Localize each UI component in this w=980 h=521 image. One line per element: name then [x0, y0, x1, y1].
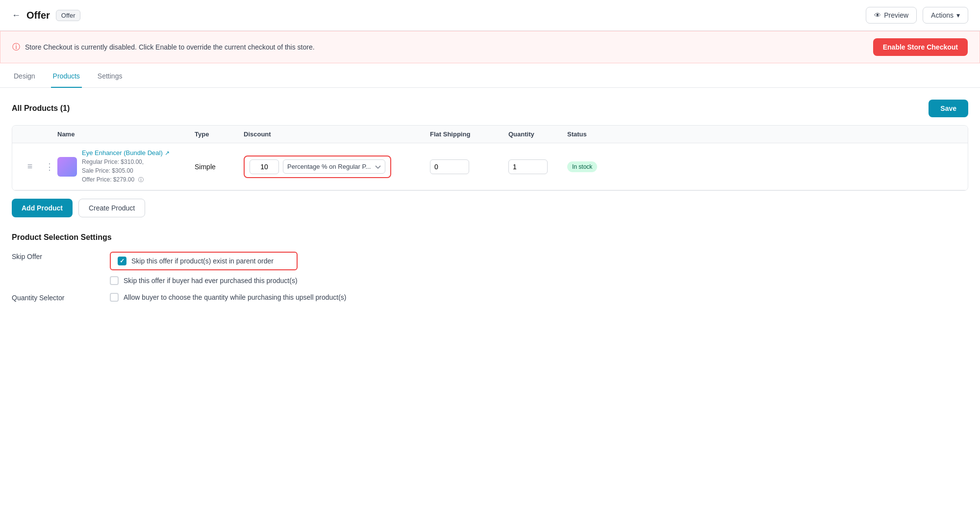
discount-highlight: Percentage % on Regular P... Fixed Amoun…: [244, 156, 391, 178]
product-type-cell: Simple: [195, 163, 244, 171]
quantity-selector-label: Quantity Selector: [12, 293, 90, 302]
preview-label: Preview: [884, 11, 908, 19]
alert-left: ⓘ Store Checkout is currently disabled. …: [12, 42, 315, 52]
settings-section-title: Product Selection Settings: [12, 233, 968, 242]
regular-price: Regular Price: $310.00,: [82, 158, 144, 165]
alert-icon: ⓘ: [12, 42, 20, 52]
header-left: ← Offer Offer: [12, 10, 80, 21]
back-button[interactable]: ←: [12, 10, 21, 21]
col-quantity: Quantity: [508, 130, 567, 138]
products-section-header: All Products (1) Save: [12, 100, 968, 117]
quantity-selector-options: Allow buyer to choose the quantity while…: [110, 293, 346, 302]
preview-button[interactable]: 👁 Preview: [866, 7, 917, 24]
quantity-input[interactable]: [508, 159, 548, 174]
products-section-title: All Products (1): [12, 104, 70, 113]
eye-icon: 👁: [874, 11, 881, 19]
discount-cell: Percentage % on Regular P... Fixed Amoun…: [244, 156, 430, 178]
header: ← Offer Offer 👁 Preview Actions ▾: [0, 0, 980, 31]
alert-banner: ⓘ Store Checkout is currently disabled. …: [0, 31, 980, 63]
flat-shipping-cell: [430, 159, 508, 174]
products-table: Name Type Discount Flat Shipping Quantit…: [12, 125, 968, 191]
actions-button[interactable]: Actions ▾: [923, 7, 968, 24]
drag-icon: ≡: [27, 161, 33, 172]
drag-handle[interactable]: ≡: [18, 161, 42, 172]
col-more: [42, 130, 57, 138]
skip-offer-checkbox-1[interactable]: [118, 257, 126, 265]
skip-offer-label: Skip Offer: [12, 252, 90, 260]
product-selection-settings: Product Selection Settings Skip Offer Sk…: [12, 233, 968, 302]
skip-offer-option-highlighted: Skip this offer if product(s) exist in p…: [110, 252, 298, 270]
skip-offer-option-2: Skip this offer if buyer had ever purcha…: [110, 276, 298, 285]
skip-offer-options: Skip this offer if product(s) exist in p…: [110, 252, 298, 285]
col-type: Type: [195, 130, 244, 138]
product-prices: Regular Price: $310.00, Sale Price: $305…: [82, 157, 170, 184]
sale-price: Sale Price: $305.00: [82, 167, 133, 174]
skip-offer-label-1: Skip this offer if product(s) exist in p…: [131, 257, 274, 265]
create-product-button[interactable]: Create Product: [78, 199, 145, 217]
col-flat-shipping: Flat Shipping: [430, 130, 508, 138]
save-button[interactable]: Save: [929, 100, 968, 117]
more-menu[interactable]: ⋮: [42, 161, 57, 172]
discount-value-input[interactable]: [250, 159, 279, 174]
status-badge: In stock: [567, 161, 597, 172]
offer-price-info-icon: ⓘ: [138, 177, 144, 182]
product-action-buttons: Add Product Create Product: [12, 199, 968, 217]
alert-text: Store Checkout is currently disabled. Cl…: [25, 43, 315, 51]
product-info: Eye Enhancer (Bundle Deal) ↗ Regular Pri…: [82, 149, 170, 184]
quantity-selector-checkbox[interactable]: [110, 293, 119, 302]
enable-store-checkout-button[interactable]: Enable Store Checkout: [873, 38, 968, 56]
col-discount: Discount: [244, 130, 430, 138]
product-name-cell: Eye Enhancer (Bundle Deal) ↗ Regular Pri…: [57, 149, 195, 184]
skip-offer-checkbox-2[interactable]: [110, 276, 119, 285]
col-name: Name: [57, 130, 195, 138]
header-right: 👁 Preview Actions ▾: [866, 7, 968, 24]
more-icon: ⋮: [45, 161, 54, 172]
tab-settings[interactable]: Settings: [96, 65, 125, 88]
quantity-cell: [508, 159, 567, 174]
main-content: All Products (1) Save Name Type Discount…: [0, 88, 980, 321]
page-title: Offer: [26, 10, 50, 21]
table-row: ≡ ⋮ Eye Enhancer (Bundle Deal) ↗ Regular…: [12, 143, 968, 190]
external-link-icon[interactable]: ↗: [165, 150, 170, 156]
quantity-selector-option-1: Allow buyer to choose the quantity while…: [110, 293, 346, 302]
skip-offer-row: Skip Offer Skip this offer if product(s)…: [12, 252, 968, 285]
quantity-selector-label-1: Allow buyer to choose the quantity while…: [124, 293, 346, 301]
tab-design[interactable]: Design: [12, 65, 37, 88]
product-title[interactable]: Eye Enhancer (Bundle Deal): [82, 149, 163, 156]
discount-type-select[interactable]: Percentage % on Regular P... Fixed Amoun…: [283, 159, 385, 174]
skip-offer-label-2: Skip this offer if buyer had ever purcha…: [124, 277, 298, 285]
col-drag: [18, 130, 42, 138]
tab-products[interactable]: Products: [51, 65, 82, 88]
add-product-button[interactable]: Add Product: [12, 199, 73, 217]
actions-label: Actions: [931, 11, 954, 19]
tabs-nav: Design Products Settings: [0, 65, 980, 88]
flat-shipping-input[interactable]: [430, 159, 469, 174]
col-status: Status: [567, 130, 626, 138]
actions-chevron-icon: ▾: [956, 11, 960, 19]
offer-price: Offer Price: $279.00: [82, 176, 134, 183]
product-type: Simple: [195, 163, 216, 171]
offer-badge: Offer: [56, 10, 81, 21]
product-thumbnail: [57, 157, 77, 177]
table-header: Name Type Discount Flat Shipping Quantit…: [12, 126, 968, 143]
quantity-selector-row: Quantity Selector Allow buyer to choose …: [12, 293, 968, 302]
status-cell: In stock: [567, 161, 626, 172]
